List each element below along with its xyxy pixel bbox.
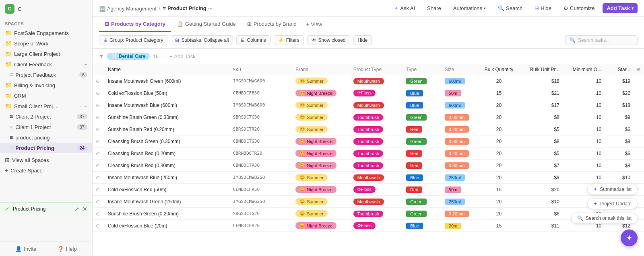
notification-expand[interactable]: ↗ <box>74 206 79 212</box>
task-product-type[interactable]: ⟳Floss <box>350 184 403 196</box>
task-name[interactable]: Cold exFlossion Blue (50m) <box>105 87 230 99</box>
sidebar-item-billing[interactable]: 📁 Billing & Invoicing <box>0 80 92 90</box>
task-product-type[interactable]: ⟳Floss <box>350 220 403 232</box>
task-name[interactable]: Cleansing Brush Red (0.30mm) <box>105 160 230 172</box>
task-product-type[interactable]: Toothbrush <box>350 123 403 135</box>
workspace-header[interactable]: C C <box>0 0 92 18</box>
row-checkbox[interactable]: ⊙ <box>96 127 100 132</box>
columns-button[interactable]: ⊟ Columns <box>236 35 270 45</box>
task-product-type[interactable]: Mouthwash <box>350 196 403 208</box>
th-size[interactable]: Size <box>442 64 478 75</box>
subtasks-button[interactable]: ⊞ Subtasks: Collapse all <box>171 35 233 45</box>
th-min-order[interactable]: Minimum O... <box>563 64 605 75</box>
task-type[interactable]: Green <box>403 75 442 87</box>
task-type[interactable]: Green <box>403 196 442 208</box>
task-type[interactable]: Red <box>403 184 442 196</box>
task-product-type[interactable]: Toothbrush <box>350 208 403 220</box>
task-name[interactable]: Cleansing Brush Red (0.20mm) <box>105 147 230 160</box>
task-name[interactable]: Insane Mouthwash Green (600ml) <box>105 75 230 87</box>
task-brand[interactable]: 😊 Summer <box>292 172 350 184</box>
project-update-button[interactable]: ✦ Project Update <box>587 198 638 209</box>
automations-button[interactable]: Automations ▾ <box>449 3 490 13</box>
add-icon[interactable]: + <box>84 103 87 109</box>
tab-getting-started[interactable]: 📋 Getting Started Guide <box>171 17 242 32</box>
view-all-spaces[interactable]: ⊞ View all Spaces <box>0 155 92 165</box>
task-product-type[interactable]: Toothbrush <box>350 111 403 123</box>
task-type[interactable]: Blue <box>403 99 442 111</box>
task-name[interactable]: Sunshine Brush Red (0.20mm) <box>105 123 230 135</box>
group-add-task-button[interactable]: + Add Task <box>169 53 196 59</box>
th-add-col[interactable]: ⊕ <box>634 64 644 75</box>
th-product-type[interactable]: Product Type <box>350 64 403 75</box>
more-dots-icon[interactable]: ··· <box>208 5 213 12</box>
sidebar-item-large-client[interactable]: 📁 Large Client Project <box>0 49 92 59</box>
group-more-icon[interactable]: ··· <box>162 53 166 59</box>
task-type[interactable]: Blue <box>403 87 442 99</box>
row-checkbox[interactable]: ⊙ <box>96 90 100 96</box>
sidebar-item-postsale[interactable]: 📁 PostSale Engagements <box>0 28 92 38</box>
task-name[interactable]: Insane Mouthwash Blue (250ml) <box>105 172 230 184</box>
th-bulk-unit-price[interactable]: Bulk Unit Pr... <box>520 64 563 75</box>
sidebar-item-crm[interactable]: 📁 CRM <box>0 90 92 101</box>
ask-ai-button[interactable]: ✦ Ask AI <box>390 3 419 13</box>
sidebar-item-client-feedback[interactable]: 📁 Client Feedback ··· + <box>0 59 92 70</box>
collapse-icon[interactable]: ▼ <box>99 53 104 59</box>
task-name[interactable]: Sunshine Brush Green (0.20mm) <box>105 208 230 220</box>
task-type[interactable]: Red <box>403 123 442 135</box>
task-product-type[interactable]: ⟳Floss <box>350 87 403 99</box>
tab-products-by-category[interactable]: ⊞ Products by Category <box>99 17 171 32</box>
row-checkbox[interactable]: ⊙ <box>96 139 100 144</box>
add-view-button[interactable]: + View <box>302 18 326 31</box>
task-size[interactable]: 50m <box>442 87 478 99</box>
task-brand[interactable]: 😊 Summer <box>292 208 350 220</box>
task-brand[interactable]: 😊 Summer <box>292 75 350 87</box>
task-name[interactable]: Cold exFlossion Red (50m) <box>105 184 230 196</box>
filters-button[interactable]: ⚡ Filters <box>274 35 304 45</box>
row-checkbox[interactable]: ⊙ <box>96 78 100 84</box>
task-brand[interactable]: 😊 Night Breeze <box>292 184 350 196</box>
row-checkbox[interactable]: ⊙ <box>96 163 100 168</box>
task-size[interactable]: 250ml <box>442 196 478 208</box>
task-brand[interactable]: 😊 Night Breeze <box>292 160 350 172</box>
sidebar-item-scope[interactable]: 📁 Scope of Work <box>0 38 92 49</box>
task-brand[interactable]: 😊 Night Breeze <box>292 147 350 160</box>
th-brand[interactable]: Brand <box>292 64 350 75</box>
sidebar-item-product-pricing-lower[interactable]: ≡ product pricing <box>0 132 92 143</box>
task-brand[interactable]: 😊 Summer <box>292 123 350 135</box>
sidebar-item-small-client[interactable]: 📁 Small Client Proj... ··· + <box>0 101 92 111</box>
task-type[interactable]: Red <box>403 160 442 172</box>
task-type[interactable]: Green <box>403 135 442 147</box>
notification-close[interactable]: ✕ <box>83 206 87 212</box>
group-button[interactable]: ⊞ Group: Product Category <box>99 35 167 45</box>
invite-button[interactable]: 👤 Invite <box>15 246 36 252</box>
sidebar-item-project-feedback[interactable]: ≡ Project Feedback 6 <box>0 70 92 80</box>
task-name[interactable]: Insane Mouthwash Blue (600ml) <box>105 99 230 111</box>
task-size[interactable]: 600ml <box>442 75 478 87</box>
task-name[interactable]: Sunshine Brush Green (0.30mm) <box>105 111 230 123</box>
task-brand[interactable]: 😊 Summer <box>292 196 350 208</box>
row-checkbox[interactable]: ⊙ <box>96 151 100 156</box>
task-product-type[interactable]: Mouthwash <box>350 99 403 111</box>
task-size[interactable]: 0.20mm <box>442 147 478 160</box>
sidebar-item-client2[interactable]: ≡ Client 2 Project 37 <box>0 111 92 122</box>
share-button[interactable]: Share <box>423 3 445 13</box>
task-name[interactable]: Cold exFlossion Blue (20m) <box>105 220 230 232</box>
customize-button[interactable]: ⚙ Customize <box>559 3 599 13</box>
task-brand[interactable]: 😊 Summer <box>292 99 350 111</box>
task-size[interactable]: 50m <box>442 184 478 196</box>
task-size[interactable]: 20m <box>442 220 478 232</box>
task-name[interactable]: Cleansing Brush Green (0.30mm) <box>105 135 230 147</box>
hide-button[interactable]: ⊟ Hide <box>530 3 555 13</box>
task-type[interactable]: Green <box>403 111 442 123</box>
th-sku[interactable]: SKU <box>230 64 292 75</box>
task-size[interactable]: 600ml <box>442 99 478 111</box>
search-tasks-input[interactable]: 🔍 Search tasks... <box>565 35 638 45</box>
row-checkbox[interactable]: ⊙ <box>96 187 100 193</box>
more-icon[interactable]: ··· <box>78 61 83 68</box>
task-type[interactable]: Red <box>403 147 442 160</box>
th-standard[interactable]: Star... <box>605 64 634 75</box>
row-checkbox[interactable]: ⊙ <box>96 223 100 229</box>
help-button[interactable]: ❓ Help <box>58 246 77 252</box>
task-brand[interactable]: 😊 Summer <box>292 111 350 123</box>
task-type[interactable]: Blue <box>403 172 442 184</box>
